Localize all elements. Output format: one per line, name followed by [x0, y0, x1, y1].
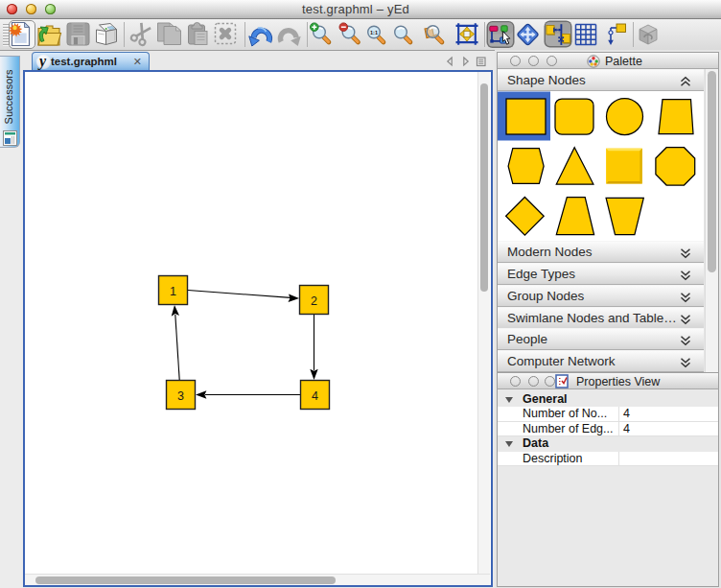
svg-text:1: 1 [170, 285, 176, 298]
svg-text:1:1: 1:1 [370, 30, 378, 35]
svg-text:3: 3 [177, 389, 184, 403]
svg-text:2: 2 [311, 294, 317, 308]
svg-text:4: 4 [312, 389, 318, 403]
